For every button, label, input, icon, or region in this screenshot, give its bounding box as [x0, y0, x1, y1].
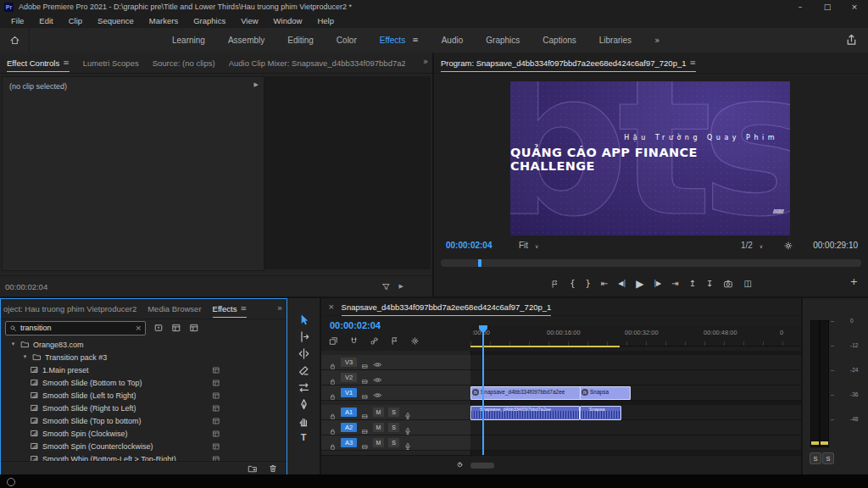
play-button[interactable]: ▶: [636, 279, 643, 289]
track-name-a3[interactable]: A3: [341, 438, 357, 447]
play-icon[interactable]: ▶: [399, 284, 403, 290]
linked-selection-icon[interactable]: [370, 336, 379, 346]
snap-icon[interactable]: [349, 336, 359, 346]
track-lock-icon[interactable]: [329, 389, 337, 396]
tab-program[interactable]: Program: Snapsave_d4bb334f097bbd7a2ee68e…: [441, 58, 696, 68]
close-sequence-icon[interactable]: ×: [328, 303, 335, 311]
lift-button[interactable]: ↥: [689, 280, 696, 288]
workspace-overflow-icon[interactable]: »: [654, 36, 659, 45]
track-header-a3[interactable]: A3 M S: [321, 435, 478, 451]
maximize-button[interactable]: □: [814, 0, 841, 14]
workspace-learning[interactable]: Learning: [172, 36, 205, 45]
track-output-eye-icon[interactable]: [373, 373, 382, 382]
step-back-button[interactable]: ◀|: [618, 280, 626, 287]
track-header-a2[interactable]: A2 M S: [321, 420, 478, 435]
workspace-editing[interactable]: Editing: [287, 36, 314, 45]
tree-folder-transition-pack[interactable]: ▾ Transition pack #3: [1, 351, 287, 363]
fit-dropdown[interactable]: Fit ∨: [519, 241, 538, 250]
timeline-timecode[interactable]: 00:00:02:04: [330, 320, 381, 330]
pen-tool-icon[interactable]: [298, 398, 310, 411]
tree-item-preset[interactable]: Smooth Slide (Bottom to Top): [1, 376, 287, 389]
search-clear-icon[interactable]: ×: [135, 324, 142, 332]
comparison-view-button[interactable]: ◫: [743, 280, 751, 288]
solo-left-button[interactable]: S: [810, 452, 821, 464]
zoom-knob-icon[interactable]: [455, 460, 465, 469]
track-header-v1[interactable]: V1: [321, 385, 478, 401]
sync-lock-icon[interactable]: [361, 358, 369, 366]
menu-clip[interactable]: Clip: [61, 16, 90, 25]
tab-source-monitor[interactable]: Source: (no clips): [153, 58, 215, 68]
panel-menu-icon[interactable]: ≡: [63, 59, 70, 67]
filter-icon[interactable]: [381, 282, 391, 291]
sync-lock-icon[interactable]: [361, 424, 369, 431]
track-output-eye-icon[interactable]: [373, 388, 382, 397]
video-clip-2[interactable]: fx Snapsa: [580, 386, 631, 400]
twisty-icon[interactable]: ▾: [9, 341, 17, 347]
menu-file[interactable]: File: [3, 16, 31, 25]
mute-button[interactable]: M: [373, 438, 384, 447]
tab-effects[interactable]: Effects ≡: [213, 304, 247, 313]
mute-button[interactable]: M: [373, 423, 384, 432]
solo-button[interactable]: S: [388, 438, 399, 447]
solo-button[interactable]: S: [388, 408, 399, 417]
timeline-ruler[interactable]: :00:00 00:00:16:00 00:00:32:00 00:00:48:…: [470, 325, 801, 347]
mark-in-button[interactable]: {: [570, 280, 575, 288]
menu-sequence[interactable]: Sequence: [90, 16, 142, 25]
go-to-out-button[interactable]: ⇥: [671, 280, 678, 288]
menu-graphics[interactable]: Graphics: [186, 16, 233, 25]
track-header-v3[interactable]: V3: [321, 355, 478, 370]
workspace-graphics[interactable]: Graphics: [486, 36, 520, 45]
export-frame-icon[interactable]: [723, 279, 733, 289]
workspace-color[interactable]: Color: [337, 36, 357, 45]
sync-lock-icon[interactable]: [361, 389, 369, 396]
tree-item-preset[interactable]: Smooth Slide (Right to Left): [1, 402, 287, 414]
track-lock-icon[interactable]: [329, 408, 337, 416]
sync-lock-icon[interactable]: [361, 408, 369, 416]
32bit-effects-badge-icon[interactable]: [171, 323, 181, 333]
track-name-a1[interactable]: A1: [341, 408, 357, 417]
razor-tool-icon[interactable]: [298, 364, 310, 377]
workspace-assembly[interactable]: Assembly: [228, 36, 264, 45]
chevron-right-icon[interactable]: ▶: [254, 82, 259, 88]
add-marker-icon[interactable]: [550, 280, 559, 289]
new-custom-bin-icon[interactable]: [248, 463, 258, 474]
tab-overflow-icon[interactable]: »: [277, 304, 282, 313]
workspace-effects[interactable]: Effects: [380, 36, 405, 45]
hand-tool-icon[interactable]: [298, 415, 310, 428]
voiceover-mic-icon[interactable]: [403, 439, 412, 447]
track-header-a1[interactable]: A1 M S: [321, 405, 478, 420]
nest-icon[interactable]: [329, 336, 338, 346]
resolution-dropdown[interactable]: 1/2 ∨: [741, 241, 763, 250]
track-name-v1[interactable]: V1: [341, 388, 357, 397]
sync-lock-icon[interactable]: [361, 439, 369, 446]
sync-status-icon[interactable]: [7, 478, 15, 486]
twisty-icon[interactable]: ▾: [21, 354, 29, 360]
tree-item-preset[interactable]: Smooth Slide (Left to Right): [1, 389, 287, 402]
track-lock-icon[interactable]: [329, 374, 337, 381]
track-lock-icon[interactable]: [329, 424, 337, 431]
slip-tool-icon[interactable]: [298, 381, 310, 394]
playhead-line[interactable]: [482, 325, 484, 456]
track-content-a1[interactable]: Snapsave_d4bb334f097bbd7a2ee Snapsa: [470, 405, 801, 420]
tab-overflow-icon[interactable]: »: [423, 58, 428, 66]
track-lock-icon[interactable]: [329, 439, 337, 446]
close-button[interactable]: ×: [841, 0, 868, 14]
home-button[interactable]: [0, 28, 30, 53]
horizontal-scrollbar[interactable]: [470, 463, 494, 469]
track-content-a2[interactable]: [470, 420, 801, 435]
video-clip-1[interactable]: fx Snapsave_d4bb334f097bbd7a2ee: [470, 386, 589, 400]
tab-audio-clip-mixer[interactable]: Audio Clip Mixer: Snapsave_d4bb334f097bb…: [229, 58, 405, 68]
button-editor-button[interactable]: +: [850, 277, 858, 286]
tab-sequence[interactable]: Snapsave_d4bb334f097bbd7a2ee68ed424c6af9…: [342, 302, 552, 312]
workspace-libraries[interactable]: Libraries: [599, 36, 632, 45]
program-timecode[interactable]: 00:00:02:04: [446, 241, 492, 250]
tree-item-preset[interactable]: 1.Main preset: [1, 363, 287, 376]
menu-edit[interactable]: Edit: [31, 16, 60, 25]
type-tool-icon[interactable]: T: [298, 432, 310, 445]
tree-folder-orange83[interactable]: ▾ Orange83.com: [1, 338, 287, 351]
menu-window[interactable]: Window: [266, 16, 310, 25]
voiceover-mic-icon[interactable]: [403, 424, 412, 432]
export-share-icon[interactable]: [845, 34, 858, 47]
mute-button[interactable]: M: [373, 408, 384, 417]
minimize-button[interactable]: –: [787, 0, 814, 14]
